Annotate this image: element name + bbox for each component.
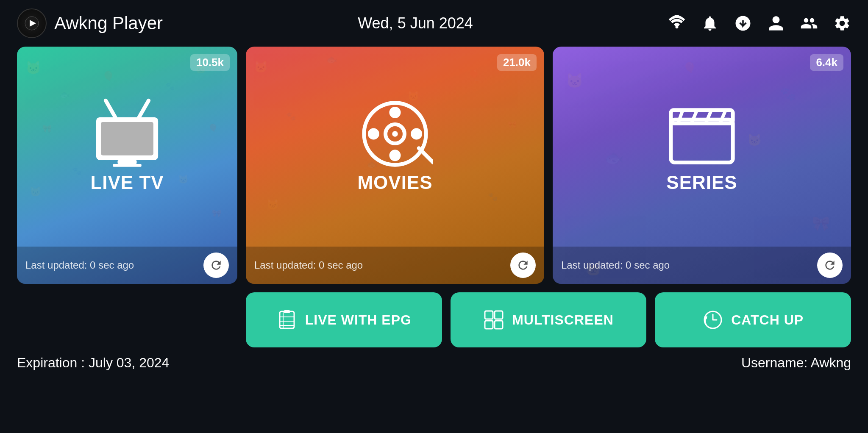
- svg-point-34: [368, 128, 379, 140]
- svg-rect-57: [495, 311, 503, 319]
- username-text: Username: Awkng: [741, 355, 851, 371]
- live-epg-button[interactable]: LIVE WITH EPG: [246, 292, 442, 347]
- top-row: 🐱 🐟 🎈 🐾 🐱 🎀 🐟 🎈 🐱 🐾 🐱 🎀 10.5k: [17, 47, 851, 284]
- settings-icon[interactable]: [833, 14, 851, 32]
- svg-rect-17: [113, 164, 142, 167]
- series-card[interactable]: 🐱 🎈 🐾 🐟 🐱 🎀 🐱 🐾 6.4k: [553, 47, 851, 284]
- footer: Expiration : July 03, 2024 Username: Awk…: [0, 347, 868, 371]
- series-refresh-button[interactable]: [817, 253, 843, 278]
- movies-label: MOVIES: [357, 172, 432, 193]
- epg-icon: [276, 309, 298, 330]
- svg-line-19: [139, 100, 149, 117]
- play-icon: [24, 16, 39, 31]
- bell-icon[interactable]: [701, 14, 719, 32]
- movies-refresh-button[interactable]: [510, 253, 536, 278]
- logo-area: Awkng Player: [17, 8, 163, 38]
- header: Awkng Player Wed, 5 Jun 2024: [0, 0, 868, 47]
- live-epg-label: LIVE WITH EPG: [305, 312, 412, 328]
- refresh-icon: [516, 258, 530, 272]
- movies-updated: Last updated: 0 sec ago: [254, 259, 363, 271]
- multiscreen-label: MULTISCREEN: [512, 312, 614, 328]
- svg-rect-55: [284, 310, 290, 313]
- refresh-icon: [823, 258, 837, 272]
- multiscreen-button[interactable]: MULTISCREEN: [451, 292, 647, 347]
- svg-rect-56: [485, 311, 493, 319]
- multiscreen-icon: [483, 309, 504, 330]
- svg-rect-59: [495, 321, 503, 329]
- svg-point-32: [389, 107, 401, 118]
- series-label: SERIES: [666, 172, 737, 193]
- svg-rect-44: [671, 119, 733, 162]
- svg-rect-15: [101, 122, 153, 155]
- app-title: Awkng Player: [54, 13, 163, 33]
- header-date: Wed, 5 Jun 2024: [163, 14, 668, 32]
- refresh-icon: [209, 258, 223, 272]
- expiration-text: Expiration : July 03, 2024: [17, 355, 169, 371]
- svg-line-18: [106, 100, 115, 117]
- bottom-spacer: [17, 292, 237, 347]
- movies-footer: Last updated: 0 sec ago: [246, 247, 544, 284]
- main-content: 🐱 🐟 🎈 🐾 🐱 🎀 🐟 🎈 🐱 🐾 🐱 🎀 10.5k: [0, 47, 868, 347]
- catchup-button[interactable]: CATCH UP: [655, 292, 851, 347]
- header-icons: [668, 14, 851, 32]
- bottom-section: LIVE WITH EPG MULTISCREEN CATCH UP: [17, 292, 851, 347]
- svg-point-31: [392, 131, 398, 137]
- series-content: SERIES: [553, 47, 851, 247]
- film-reel-icon: [357, 96, 433, 172]
- series-updated: Last updated: 0 sec ago: [561, 259, 670, 271]
- svg-rect-58: [485, 321, 493, 329]
- wifi-icon[interactable]: [668, 14, 686, 32]
- live-tv-card[interactable]: 🐱 🐟 🎈 🐾 🐱 🎀 🐟 🎈 🐱 🐾 🐱 🎀 10.5k: [17, 47, 237, 284]
- svg-point-33: [389, 150, 401, 161]
- series-footer: Last updated: 0 sec ago: [553, 247, 851, 284]
- svg-rect-16: [118, 160, 137, 164]
- catchup-icon: [702, 309, 723, 330]
- download-icon[interactable]: [734, 14, 752, 32]
- users-icon[interactable]: [800, 14, 818, 32]
- clapperboard-icon: [664, 96, 740, 172]
- catchup-label: CATCH UP: [731, 312, 804, 328]
- movies-content: MOVIES: [246, 47, 544, 247]
- movies-card[interactable]: 🐱 🐟 🎈 🐾 🐱 🎀 🐟 🐱 🐾 21.0k: [246, 47, 544, 284]
- logo-icon[interactable]: [17, 8, 47, 38]
- live-tv-updated: Last updated: 0 sec ago: [25, 259, 134, 271]
- live-tv-content: LIVE TV: [17, 47, 237, 247]
- live-tv-label: LIVE TV: [90, 172, 164, 193]
- svg-point-35: [411, 128, 422, 140]
- live-tv-footer: Last updated: 0 sec ago: [17, 247, 237, 284]
- live-tv-refresh-button[interactable]: [203, 253, 229, 278]
- user-icon[interactable]: [767, 14, 785, 32]
- tv-icon: [89, 96, 165, 172]
